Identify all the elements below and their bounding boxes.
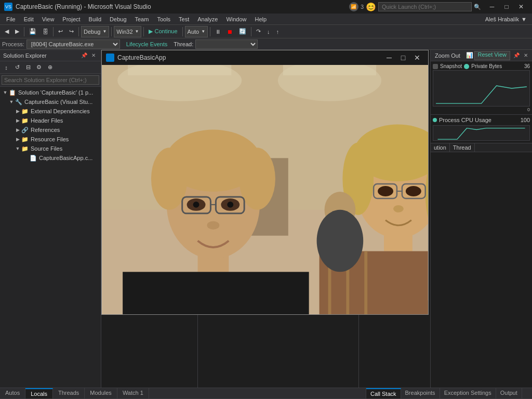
panel-close-icon[interactable]: ✕ bbox=[89, 51, 98, 60]
menu-help[interactable]: Help bbox=[251, 15, 271, 23]
user-button[interactable]: Aleš Hrabalík ▼ bbox=[482, 16, 530, 22]
close-button[interactable]: ✕ bbox=[514, 0, 528, 14]
pause-btn[interactable]: ⏸ bbox=[212, 26, 223, 37]
app-maximize-btn[interactable]: □ bbox=[396, 51, 410, 64]
ext-deps-expand-icon[interactable]: ▶ bbox=[15, 108, 21, 114]
tab-locals[interactable]: Locals bbox=[25, 388, 53, 398]
platform-dropdown[interactable]: Win32 ▼ bbox=[114, 26, 141, 37]
se-sync-btn[interactable]: ↕ bbox=[1, 62, 11, 73]
auto-arrow: ▼ bbox=[201, 29, 205, 34]
menu-view[interactable]: View bbox=[38, 15, 59, 23]
undo-btn[interactable]: ↩ bbox=[56, 26, 65, 37]
menu-debug[interactable]: Debug bbox=[105, 15, 130, 23]
menu-build[interactable]: Build bbox=[85, 15, 105, 23]
tab-exception-settings[interactable]: Exception Settings bbox=[440, 388, 496, 398]
app-minimize-btn[interactable]: ─ bbox=[382, 51, 396, 64]
header-expand-icon[interactable]: ▶ bbox=[15, 117, 21, 124]
auto-dropdown[interactable]: Auto ▼ bbox=[185, 26, 208, 37]
back-btn[interactable]: ◀ bbox=[2, 26, 11, 37]
diag-close-icon[interactable]: ✕ bbox=[522, 51, 530, 60]
forward-btn[interactable]: ▶ bbox=[12, 26, 22, 37]
tab-threads[interactable]: Threads bbox=[53, 388, 85, 398]
header-icon: 📁 bbox=[21, 116, 29, 125]
se-toolbar: ↕ ↺ ⊟ ⚙ ⊕ bbox=[0, 61, 101, 74]
cpu-dot-icon bbox=[433, 118, 437, 122]
stop-btn[interactable]: ⏹ bbox=[224, 26, 235, 37]
signal-icon: 📶 bbox=[349, 2, 358, 11]
minimize-button[interactable]: ─ bbox=[485, 0, 499, 14]
title-bar-text: CaptureBasic (Running) - Microsoft Visua… bbox=[16, 3, 349, 10]
process-dropdown[interactable]: [8004] CaptureBasic.exe bbox=[26, 39, 120, 49]
debug-mode-label: Debug bbox=[84, 29, 100, 35]
se-collapse-btn[interactable]: ⊟ bbox=[23, 62, 33, 73]
tree-solution[interactable]: ▼ 📋 Solution 'CaptureBasic' (1 p... bbox=[0, 88, 101, 97]
menu-test[interactable]: Test bbox=[175, 15, 193, 23]
tab-breakpoints[interactable]: Breakpoints bbox=[401, 388, 440, 398]
tree-resource-files[interactable]: ▶ 📁 Resource Files bbox=[0, 135, 101, 144]
step-out-btn[interactable]: ↑ bbox=[274, 26, 282, 37]
se-search-input[interactable] bbox=[2, 75, 99, 85]
menu-edit[interactable]: Edit bbox=[20, 15, 38, 23]
tab-watch1[interactable]: Watch 1 bbox=[117, 388, 149, 398]
platform-arrow: ▼ bbox=[135, 29, 139, 34]
tree-source-files[interactable]: ▼ 📁 Source Files bbox=[0, 144, 101, 153]
se-filter-btn[interactable]: ⊕ bbox=[45, 62, 55, 73]
maximize-button[interactable]: □ bbox=[500, 0, 513, 14]
menu-analyze[interactable]: Analyze bbox=[193, 15, 222, 23]
save-all-btn[interactable]: 🗄 bbox=[40, 26, 51, 37]
tree-project[interactable]: ▼ 🔧 CaptureBasic (Visual Stu... bbox=[0, 97, 101, 107]
step-into-btn[interactable]: ↓ bbox=[264, 26, 273, 37]
solution-expand-icon[interactable]: ▼ bbox=[2, 89, 8, 96]
reset-view-button[interactable]: Reset View bbox=[474, 51, 510, 60]
ref-icon: 🔗 bbox=[21, 126, 29, 134]
platform-label: Win32 bbox=[116, 29, 132, 35]
redo-btn[interactable]: ↪ bbox=[66, 26, 76, 37]
memory-chart-svg bbox=[433, 71, 529, 106]
tree-external-deps[interactable]: ▶ 📁 External Dependencies bbox=[0, 107, 101, 116]
tree-references[interactable]: ▶ 🔗 References bbox=[0, 125, 101, 135]
reset-view-btn-container: 📊 Reset View bbox=[466, 51, 510, 60]
se-properties-btn[interactable]: ⚙ bbox=[34, 62, 44, 73]
ref-expand-icon[interactable]: ▶ bbox=[15, 127, 21, 133]
debug-mode-arrow: ▼ bbox=[102, 29, 107, 34]
svg-rect-21 bbox=[123, 272, 309, 314]
tree-capture-basic[interactable]: ▶ 📄 CaptureBasicApp.c... bbox=[0, 153, 101, 163]
zoom-out-btn[interactable]: Zoom Out bbox=[433, 52, 462, 59]
ref-label: References bbox=[31, 127, 60, 133]
restart-btn[interactable]: 🔄 bbox=[236, 26, 249, 37]
menu-project[interactable]: Project bbox=[58, 15, 84, 23]
chart-legend: Snapshot Private Bytes bbox=[433, 63, 502, 69]
source-label: Source Files bbox=[31, 145, 62, 152]
project-expand-icon[interactable]: ▼ bbox=[8, 99, 15, 105]
menu-team[interactable]: Team bbox=[131, 15, 153, 23]
save-btn[interactable]: 💾 bbox=[26, 26, 39, 37]
tab-autos[interactable]: Autos bbox=[0, 388, 25, 398]
resource-expand-icon[interactable]: ▶ bbox=[15, 136, 21, 142]
diag-pin-icon[interactable]: 📌 bbox=[512, 51, 521, 60]
pin-icon[interactable]: 📌 bbox=[80, 51, 88, 60]
solution-explorer-panel: Solution Explorer 📌 ✕ ↕ ↺ ⊟ ⚙ ⊕ ▼ 📋 Solu… bbox=[0, 50, 101, 388]
tab-output[interactable]: Output bbox=[496, 388, 522, 398]
menu-window[interactable]: Window bbox=[222, 15, 250, 23]
menu-tools[interactable]: Tools bbox=[153, 15, 175, 23]
app-title-text: CaptureBasicApp bbox=[117, 54, 382, 61]
tree-header-files[interactable]: ▶ 📁 Header Files bbox=[0, 116, 101, 125]
svg-point-39 bbox=[317, 210, 364, 272]
se-refresh-btn[interactable]: ↺ bbox=[12, 62, 22, 73]
se-search-area bbox=[0, 74, 101, 87]
app-close-btn[interactable]: ✕ bbox=[410, 51, 424, 64]
ext-deps-icon: 📁 bbox=[21, 107, 29, 115]
svg-point-33 bbox=[393, 205, 404, 212]
continue-btn[interactable]: ▶ Continue bbox=[146, 26, 180, 37]
step-over-btn[interactable]: ↷ bbox=[254, 26, 263, 37]
file-icon: 📄 bbox=[29, 154, 37, 162]
quick-launch-input[interactable] bbox=[378, 2, 472, 11]
source-expand-icon[interactable]: ▼ bbox=[15, 145, 21, 152]
tab-call-stack[interactable]: Call Stack bbox=[366, 388, 401, 398]
tab-modules[interactable]: Modules bbox=[85, 388, 117, 398]
debug-mode-dropdown[interactable]: Debug ▼ bbox=[81, 26, 109, 37]
menu-file[interactable]: File bbox=[2, 15, 20, 23]
thread-dropdown[interactable] bbox=[195, 39, 258, 49]
min-value: 0 bbox=[433, 107, 530, 112]
user-name: Aleš Hrabalík bbox=[485, 16, 519, 22]
